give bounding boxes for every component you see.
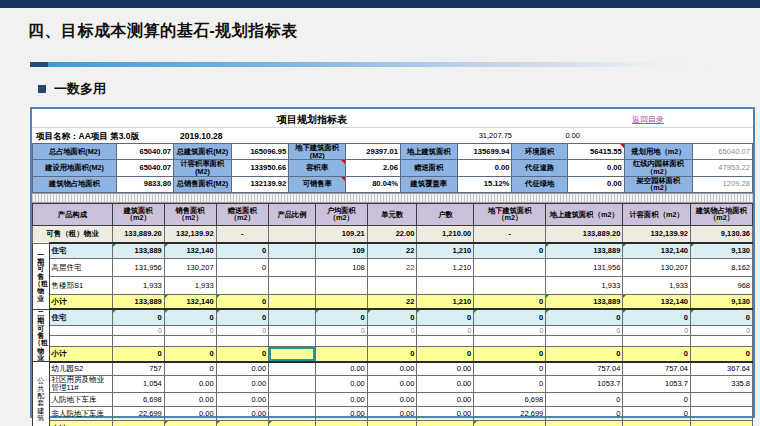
product-value-cell: [216, 276, 269, 294]
total-row-value: 1,210.00: [417, 225, 474, 243]
product-value-cell: 0.00: [216, 362, 269, 376]
product-value-cell: [367, 276, 417, 294]
product-value-cell: [690, 336, 752, 346]
summary-label-cell: 建设用地面积(M2): [33, 160, 117, 176]
product-value-cell: 0: [417, 346, 474, 362]
product-name-cell: 售楼部S1: [49, 276, 112, 294]
product-value-cell: 0: [216, 294, 269, 309]
product-breakdown-table: 产品构成建筑面积（m2）销售面积（m2）赠送面积（m2）产品比例户均面积（m2）…: [32, 203, 753, 426]
product-value-cell: 1,811: [546, 421, 623, 426]
summary-value-cell: 65040.07: [693, 144, 753, 160]
product-value-cell: 133,889: [112, 294, 164, 309]
product-value-cell: 0: [474, 294, 546, 309]
product-value-cell: [269, 258, 316, 276]
product-value-cell: 8,162: [690, 258, 752, 276]
product-name-cell: 小计: [49, 294, 112, 309]
product-value-cell: 108: [315, 258, 367, 276]
product-value-cell: 0: [112, 346, 164, 362]
bullet-square-icon: [38, 85, 46, 93]
product-name-cell: 高层住宅: [49, 258, 112, 276]
summary-label-cell: 总销售面积(M2): [174, 176, 232, 192]
product-value-cell: [269, 393, 316, 407]
product-value-cell: 1,210: [417, 243, 474, 258]
product-value-cell: 0: [367, 309, 417, 325]
product-value-cell: 131,956: [112, 258, 164, 276]
product-value-cell: 1,210: [417, 258, 474, 276]
product-value-cell: 335.8: [690, 376, 752, 393]
product-value-cell: [269, 376, 316, 393]
product-value-cell: 0.00: [417, 362, 474, 376]
product-value-cell: [474, 336, 546, 346]
header-misc-value-1: 31,207.75: [432, 131, 512, 140]
product-value-cell: [690, 407, 752, 421]
product-value-cell: 0: [546, 393, 623, 407]
product-value-cell: 109: [315, 243, 367, 258]
product-value-cell: 0: [112, 325, 164, 335]
product-value-cell: 0: [216, 243, 269, 258]
product-value-cell: [367, 336, 417, 346]
product-value-cell: 0.00: [216, 376, 269, 393]
product-value-cell: 0: [474, 325, 546, 335]
product-value-cell: 0.00: [216, 407, 269, 421]
summary-label-cell: 环境面积: [512, 144, 567, 160]
product-value-cell: 132,140: [164, 294, 216, 309]
summary-label-cell: 地下建筑面积(M2): [289, 144, 346, 160]
summary-label-cell: 建筑覆盖率: [400, 176, 457, 192]
product-value-cell: 0.00: [315, 407, 367, 421]
summary-value-cell: 15.12%: [457, 176, 512, 192]
product-value-cell: 9,130: [690, 294, 752, 309]
summary-value-cell: 135699.94: [457, 144, 512, 160]
total-row-value: 133,889.20: [112, 225, 164, 243]
product-value-cell: 0: [690, 346, 752, 362]
column-header: 建筑物占地面积（m2）: [690, 203, 752, 225]
product-value-cell: 1053.7: [623, 376, 691, 393]
product-name-cell: 社区用房及物业管理11#: [49, 376, 112, 393]
product-value-cell: 0: [216, 309, 269, 325]
product-value-cell: [164, 336, 216, 346]
product-value-cell: 0: [216, 325, 269, 335]
summary-value-cell: 2.06: [346, 160, 401, 176]
product-value-cell: 1,054: [112, 376, 164, 393]
summary-value-cell: 80.04%: [346, 176, 401, 192]
product-value-cell: 0: [546, 407, 623, 421]
summary-value-cell: 65040.07: [117, 160, 174, 176]
selected-cell[interactable]: [269, 346, 316, 362]
summary-value-cell: 9833.80: [117, 176, 174, 192]
product-value-cell: 757.04: [623, 362, 691, 376]
product-value-cell: [315, 294, 367, 309]
section-divider-rule: [30, 62, 730, 67]
product-value-cell: 0: [315, 309, 367, 325]
page-title: 四、目标成本测算的基石-规划指标表: [28, 21, 298, 42]
product-value-cell: [417, 276, 474, 294]
column-header: 单元数: [367, 203, 417, 225]
product-value-cell: 0.00: [417, 407, 474, 421]
product-value-cell: 22: [367, 243, 417, 258]
total-row-value: -: [474, 225, 546, 243]
product-value-cell: 0.00: [367, 376, 417, 393]
summary-value-cell: 56415.55: [567, 144, 624, 160]
product-value-cell: 1,933: [623, 276, 691, 294]
product-value-cell: 0: [164, 421, 216, 426]
back-to-toc-link[interactable]: 返回目录: [632, 114, 664, 125]
product-value-cell: 0: [417, 309, 474, 325]
product-value-cell: 132,140: [623, 294, 691, 309]
product-value-cell: 0.00: [164, 376, 216, 393]
product-value-cell: 1,933: [164, 276, 216, 294]
total-row-label: 可售（租）物业: [33, 225, 113, 243]
product-name-cell: 小计: [49, 346, 112, 362]
product-value-cell: 0.00: [367, 393, 417, 407]
product-value-cell: [315, 336, 367, 346]
column-header: 户均面积（m2）: [315, 203, 367, 225]
summary-value-cell: 132139.92: [231, 176, 289, 192]
summary-value-cell: 47953.22: [693, 160, 753, 176]
product-value-cell: 703: [690, 421, 752, 426]
product-value-cell: [417, 336, 474, 346]
product-value-cell: 0: [690, 309, 752, 325]
product-value-cell: [269, 243, 316, 258]
summary-value-cell: 0.00: [457, 160, 512, 176]
product-value-cell: 0: [269, 421, 316, 426]
product-value-cell: [269, 325, 316, 335]
product-value-cell: 0: [367, 325, 417, 335]
product-name-cell: 住宅: [49, 309, 112, 325]
product-value-cell: 131,956: [546, 258, 623, 276]
